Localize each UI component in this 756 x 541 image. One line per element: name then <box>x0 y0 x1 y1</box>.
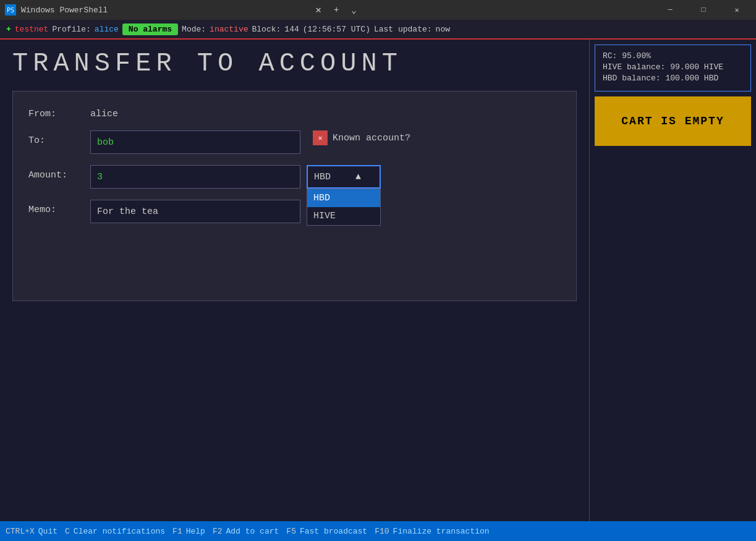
currency-container: HBD ▲ HBD HIVE <box>307 165 381 189</box>
key-c: C <box>62 527 72 536</box>
minimize-button[interactable]: ─ <box>656 0 684 20</box>
account-info: RC: 95.00% HIVE balance: 99.000 HIVE HBD… <box>595 45 751 92</box>
key-f5: F5 <box>284 527 299 536</box>
hive-balance-label: HIVE balance: <box>603 62 665 72</box>
currency-selected-value: HBD <box>314 172 331 182</box>
currency-option-hbd[interactable]: HBD <box>307 189 380 207</box>
currency-dropdown: HBD HIVE <box>307 189 381 226</box>
action-clear-notifications[interactable]: Clear notifications <box>72 527 170 536</box>
bottom-bar: CTRL+X Quit C Clear notifications F1 Hel… <box>0 521 756 541</box>
to-input[interactable] <box>90 130 300 154</box>
action-help[interactable]: Help <box>185 527 210 536</box>
maximize-button[interactable]: □ <box>689 0 718 20</box>
right-panel: RC: 95.00% HIVE balance: 99.000 HIVE HBD… <box>589 40 756 521</box>
currency-arrow-icon: ▲ <box>355 172 361 182</box>
status-last-update-value: now <box>436 25 450 34</box>
key-ctrl-x: CTRL+X <box>3 527 37 536</box>
transfer-form: From: alice To: ✕ Known account? Amount:… <box>12 91 577 301</box>
from-label: From: <box>28 104 84 119</box>
memo-row: Memo: <box>28 200 561 223</box>
close-window-button[interactable]: ✕ <box>723 0 751 20</box>
tab-dropdown-button[interactable]: ⌄ <box>347 5 360 15</box>
cart-empty-text: CART IS EMPTY <box>621 115 724 127</box>
known-account-container: ✕ Known account? <box>313 130 410 145</box>
action-finalize-transaction[interactable]: Finalize transaction <box>392 527 495 536</box>
new-tab-button[interactable]: + <box>330 5 342 15</box>
page-title: TRANSFER TO ACCOUNT <box>12 49 577 79</box>
hbd-balance-label: HBD balance: <box>603 74 661 83</box>
amount-row: Amount: HBD ▲ HBD HIVE <box>28 165 561 189</box>
status-testnet: testnet <box>15 25 49 34</box>
key-f2: F2 <box>210 527 225 536</box>
alarm-badge: No alarms <box>122 23 178 35</box>
key-f10: F10 <box>372 527 391 536</box>
amount-input[interactable] <box>90 165 300 189</box>
status-profile-label: Profile: <box>52 25 90 34</box>
main-layout: TRANSFER TO ACCOUNT From: alice To: ✕ Kn… <box>0 40 756 521</box>
known-account-icon: ✕ <box>313 130 328 145</box>
status-mode-value: inactive <box>210 25 248 34</box>
svg-text:PS: PS <box>7 7 14 14</box>
cart-panel: CART IS EMPTY <box>595 96 751 146</box>
amount-label: Amount: <box>28 165 84 181</box>
rc-label: RC: <box>603 51 617 61</box>
title-bar: PS Windows PowerShell ✕ + ⌄ ─ □ ✕ <box>0 0 756 20</box>
known-account-label: Known account? <box>333 133 410 143</box>
currency-option-hive[interactable]: HIVE <box>307 207 380 225</box>
status-alice: alice <box>95 25 119 34</box>
status-block-value: 144 <box>284 25 299 34</box>
hbd-balance-row: HBD balance: 100.000 HBD <box>603 74 743 83</box>
left-panel: TRANSFER TO ACCOUNT From: alice To: ✕ Kn… <box>0 40 589 521</box>
key-f1: F1 <box>170 527 185 536</box>
action-fast-broadcast[interactable]: Fast broadcast <box>299 527 372 536</box>
to-label: To: <box>28 130 84 146</box>
from-row: From: alice <box>28 104 561 119</box>
memo-input[interactable] <box>90 200 300 223</box>
action-add-to-cart[interactable]: Add to cart <box>225 527 284 536</box>
memo-label: Memo: <box>28 200 84 215</box>
status-plus: + <box>6 25 11 34</box>
status-block-time: (12:56:57 UTC) <box>303 25 370 34</box>
hive-balance-value: 99.000 HIVE <box>670 62 723 72</box>
status-mode-label: Mode: <box>182 25 206 34</box>
to-row: To: ✕ Known account? <box>28 130 561 154</box>
close-tab-button[interactable]: ✕ <box>312 4 325 16</box>
from-value: alice <box>90 104 118 119</box>
page-title-container: TRANSFER TO ACCOUNT <box>12 49 577 79</box>
currency-selector[interactable]: HBD ▲ <box>307 165 381 189</box>
window-title: Windows PowerShell <box>21 6 307 15</box>
status-bar: + testnet Profile: alice No alarms Mode:… <box>0 20 756 40</box>
action-quit[interactable]: Quit <box>37 527 62 536</box>
powershell-icon: PS <box>5 4 16 15</box>
status-block-label: Block: <box>252 25 281 34</box>
rc-value: 95.00% <box>622 51 651 61</box>
status-last-update-label: Last update: <box>374 25 432 34</box>
hbd-balance-value: 100.000 HBD <box>665 74 718 83</box>
rc-row: RC: 95.00% <box>603 51 743 61</box>
hive-balance-row: HIVE balance: 99.000 HIVE <box>603 62 743 72</box>
